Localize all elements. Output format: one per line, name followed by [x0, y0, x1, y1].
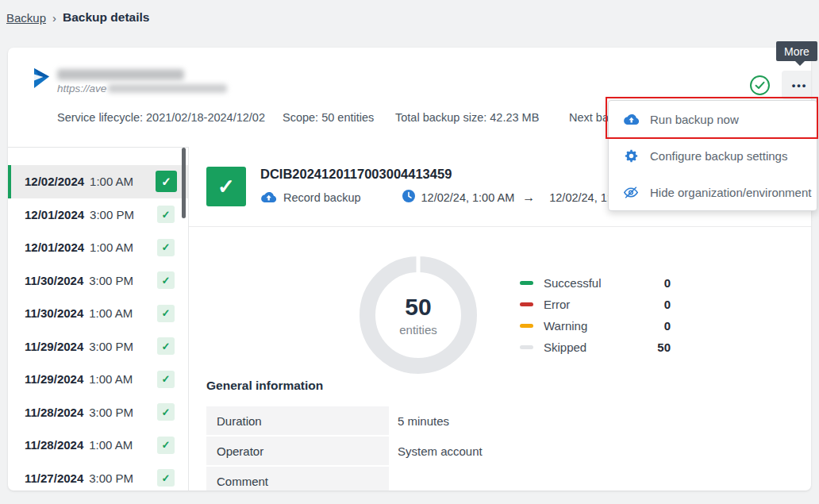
tooltip-caret: [795, 61, 805, 66]
success-check-icon: ✓: [162, 472, 171, 484]
info-value: System account: [389, 437, 635, 465]
legend-swatch: [520, 302, 533, 306]
snapshot-status-badge: ✓: [157, 469, 175, 487]
legend-row: Warning 0: [520, 315, 671, 337]
success-check-icon: ✓: [162, 340, 171, 352]
legend-row: Successful 0: [520, 272, 671, 294]
legend-value: 0: [664, 298, 671, 311]
snapshot-date: 11/30/2024: [25, 306, 83, 320]
snapshot-status-badge: ✓: [157, 239, 175, 256]
donut-center: 50 entities: [359, 256, 478, 375]
snapshot-date: 12/01/2024: [25, 208, 84, 221]
info-value: 5 minutes: [389, 406, 635, 435]
success-check-icon: ✓: [161, 175, 171, 189]
snapshot-list: 12/02/2024 1:00 AM ✓ 12/01/2024 3:00 PM …: [8, 148, 188, 491]
success-check-icon: ✓: [162, 209, 171, 221]
info-value: [389, 467, 635, 491]
arrow-right-icon: →: [522, 190, 535, 205]
snapshot-date: 11/28/2024: [25, 438, 83, 452]
snapshot-time: 3:00 PM: [89, 406, 133, 419]
backup-start-time: 12/02/24, 1:00 AM: [421, 191, 515, 204]
snapshot-time: 1:00 AM: [89, 438, 133, 452]
snapshot-status-badge: ✓: [156, 171, 177, 192]
redacted-url-remainder: [108, 84, 227, 93]
menu-item-run-backup-now[interactable]: Run backup now: [609, 101, 817, 137]
more-menu: Run backup now Configure backup settings…: [608, 100, 817, 211]
legend-swatch: [520, 345, 533, 349]
legend-swatch: [520, 324, 533, 328]
snapshot-list-item[interactable]: 11/30/2024 1:00 AM ✓: [8, 297, 188, 330]
snapshot-time: 3:00 PM: [89, 471, 133, 485]
success-check-icon: ✓: [162, 373, 171, 385]
snapshot-date: 12/01/2024: [25, 240, 84, 254]
check-circle-icon: [749, 75, 771, 96]
legend-value: 50: [657, 340, 671, 354]
general-information-table: Duration 5 minutes Operator System accou…: [206, 406, 635, 491]
dynamics-365-icon: [30, 67, 52, 89]
snapshot-list-item[interactable]: 11/29/2024 1:00 AM ✓: [8, 363, 188, 396]
legend-label: Warning: [544, 319, 664, 333]
legend-value: 0: [664, 276, 671, 290]
general-information-title: General information: [206, 379, 323, 393]
snapshot-list-item[interactable]: 11/29/2024 3:00 PM ✓: [8, 330, 188, 364]
general-info-row: Duration 5 minutes: [206, 406, 635, 435]
snapshot-date: 11/27/2024: [25, 471, 83, 485]
snapshot-status-badge: ✓: [157, 403, 175, 421]
snapshot-sidebar: 12/02/2024 1:00 AM ✓ 12/01/2024 3:00 PM …: [8, 147, 188, 491]
snapshot-status-badge: ✓: [157, 305, 175, 322]
snapshot-date: 11/30/2024: [25, 274, 83, 287]
snapshot-time: 3:00 PM: [89, 274, 133, 287]
snapshot-date: 11/28/2024: [25, 406, 83, 419]
snapshot-list-item[interactable]: 12/02/2024 1:00 AM ✓: [8, 165, 188, 198]
success-check-icon: ✓: [217, 175, 235, 199]
backup-details-page: Backup › Backup details https://ave Serv…: [0, 0, 819, 504]
snapshot-date: 11/29/2024: [25, 340, 83, 353]
sidebar-scrollbar-thumb[interactable]: [182, 148, 186, 218]
snapshot-time: 1:00 AM: [89, 306, 133, 320]
snapshot-list-item[interactable]: 11/28/2024 1:00 AM ✓: [8, 429, 188, 462]
more-tooltip: More: [776, 41, 817, 61]
success-check-icon: ✓: [162, 439, 171, 451]
backup-type-label: Record backup: [283, 191, 361, 204]
snapshot-time: 1:00 AM: [89, 372, 133, 386]
backup-id-title: DCIB2024120117003004413459: [260, 167, 452, 182]
info-label: Operator: [206, 437, 389, 465]
cloud-backup-icon: [260, 191, 277, 203]
legend-row: Error 0: [520, 294, 671, 315]
eye-slash-icon: [622, 184, 640, 200]
cloud-upload-icon: [622, 111, 640, 127]
snapshot-time: 1:00 AM: [90, 175, 133, 188]
snapshot-status-badge: ✓: [157, 337, 175, 355]
organization-url: https://ave: [57, 83, 227, 94]
success-check-icon: ✓: [162, 406, 171, 418]
legend-label: Skipped: [544, 340, 657, 354]
page-title: Backup details: [63, 10, 149, 25]
success-check-icon: ✓: [162, 275, 171, 287]
service-lifecycle-stat: Service lifecycle: 2021/02/18-2024/12/02: [57, 111, 265, 124]
snapshot-date: 11/29/2024: [25, 372, 83, 386]
menu-item-label: Configure backup settings: [650, 149, 787, 163]
snapshot-time: 3:00 PM: [89, 340, 133, 353]
backup-status-square-icon: ✓: [206, 167, 246, 206]
menu-item-configure-backup-settings[interactable]: Configure backup settings: [609, 137, 817, 174]
snapshot-list-item[interactable]: 11/28/2024 3:00 PM ✓: [8, 396, 188, 429]
success-check-icon: ✓: [162, 241, 171, 253]
legend-label: Successful: [544, 276, 664, 290]
menu-item-hide-organization[interactable]: Hide organization/environment: [609, 174, 817, 210]
snapshot-list-item[interactable]: 11/27/2024 3:00 PM ✓: [8, 462, 188, 491]
info-label: Comment: [206, 467, 389, 491]
breadcrumb-backup-link[interactable]: Backup: [6, 11, 46, 25]
snapshot-status-badge: ✓: [157, 206, 175, 223]
redacted-organization-name: [57, 69, 184, 80]
snapshot-list-item[interactable]: 11/30/2024 3:00 PM ✓: [8, 264, 188, 298]
legend-value: 0: [664, 319, 671, 333]
legend-label: Error: [544, 298, 664, 311]
snapshot-time: 1:00 AM: [90, 240, 133, 254]
more-button[interactable]: •••: [782, 71, 811, 99]
snapshot-list-item[interactable]: 12/01/2024 1:00 AM ✓: [8, 231, 188, 264]
snapshot-status-badge: ✓: [157, 271, 175, 289]
legend-row: Skipped 50: [520, 337, 671, 358]
snapshot-list-item[interactable]: 12/01/2024 3:00 PM ✓: [8, 198, 188, 232]
snapshot-time: 3:00 PM: [90, 208, 134, 221]
total-backup-size-stat: Total backup size: 42.23 MB: [395, 111, 539, 124]
